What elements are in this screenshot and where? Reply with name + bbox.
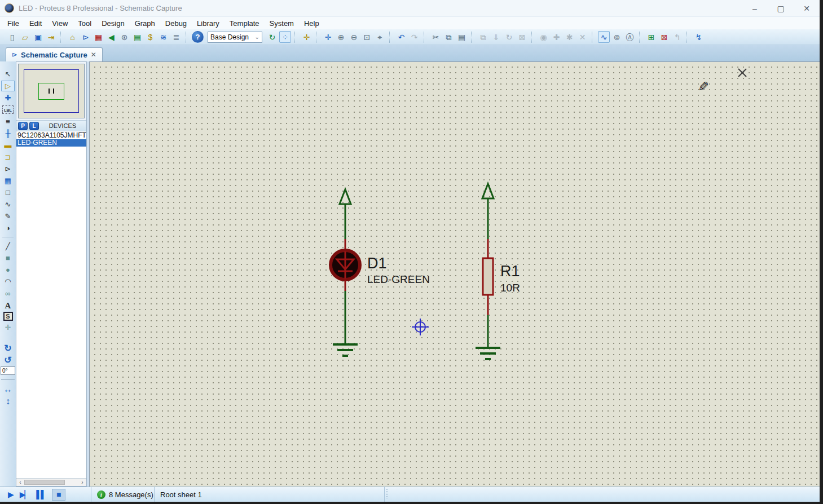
component-ref-d1[interactable]: D1	[367, 255, 387, 272]
2d-box-mode-icon[interactable]: ■	[1, 253, 15, 263]
junction-dot-mode-icon[interactable]: ✚	[1, 92, 15, 103]
selection-mode-icon[interactable]: ↖	[1, 69, 15, 79]
block-copy-icon[interactable]: ⧉	[477, 31, 489, 43]
decompose-icon[interactable]: ✕	[576, 31, 588, 43]
generator-mode-icon[interactable]: ∿	[1, 199, 15, 210]
cut-icon[interactable]: ✂	[430, 31, 442, 43]
scrollbar-thumb[interactable]	[24, 480, 65, 485]
electrical-rule-check-icon[interactable]: ≋	[157, 31, 169, 43]
pick-parts-icon[interactable]: ◉	[538, 31, 549, 43]
new-root-sheet-icon[interactable]: ⊞	[645, 31, 657, 43]
schematic-overview-minimap[interactable]	[18, 64, 85, 118]
library-manager-button[interactable]: L	[29, 122, 39, 130]
menu-item[interactable]: File	[2, 18, 24, 29]
save-project-icon[interactable]: ▣	[32, 31, 44, 43]
rotate-anticlockwise-icon[interactable]: ↺	[1, 355, 15, 365]
project-notes-icon[interactable]: ≣	[170, 31, 182, 43]
menu-item[interactable]: Design	[96, 18, 129, 29]
graph-mode-icon[interactable]: ▦	[1, 175, 15, 186]
new-project-icon[interactable]: ▯	[6, 31, 18, 43]
terminals-mode-icon[interactable]: ⊐	[1, 152, 15, 162]
make-device-icon[interactable]: ✚	[551, 31, 562, 43]
menu-item[interactable]: Edit	[24, 18, 47, 29]
block-move-icon[interactable]: ⇓	[490, 31, 502, 43]
menu-item[interactable]: System	[265, 18, 299, 29]
grid-toggle-icon[interactable]: ⁘	[279, 31, 291, 43]
electrical-check-report-icon[interactable]: ↯	[693, 31, 705, 43]
bill-of-materials-icon[interactable]: $	[144, 31, 156, 43]
mirror-vertical-icon[interactable]: ↕	[1, 396, 15, 406]
component-r1-resistor[interactable]	[483, 258, 493, 295]
zoom-in-icon[interactable]: ⊕	[335, 31, 347, 43]
tab-close-icon[interactable]: ✕	[91, 51, 96, 59]
device-list-item[interactable]: LED-GREEN	[16, 139, 86, 147]
virtual-instruments-mode-icon[interactable]: ◑	[1, 223, 15, 233]
pcb-layout-icon[interactable]: ▦	[93, 31, 104, 43]
device-list-hscrollbar[interactable]: ‹ ›	[16, 478, 86, 486]
menu-item[interactable]: Tool	[73, 18, 96, 29]
component-value-r1[interactable]: 10R	[500, 282, 520, 294]
tab-schematic-capture[interactable]: ⊳ Schematic Capture ✕	[6, 47, 103, 61]
property-assignment-icon[interactable]: Ⓐ	[624, 31, 636, 43]
subcircuit-mode-icon[interactable]: ▬	[1, 140, 15, 151]
copy-icon[interactable]: ⧉	[443, 31, 455, 43]
power-terminal-r1[interactable]	[482, 184, 494, 198]
rotation-angle-field[interactable]	[1, 366, 15, 375]
buses-mode-icon[interactable]: ╫	[1, 128, 15, 139]
component-value-d1[interactable]: LED-GREEN	[367, 273, 430, 285]
minimize-button[interactable]: –	[742, 0, 768, 17]
undo-icon[interactable]: ↶	[395, 31, 407, 43]
close-button[interactable]: ✕	[794, 0, 820, 17]
false-origin-icon[interactable]: ✛	[301, 31, 313, 43]
paste-icon[interactable]: ▤	[456, 31, 468, 43]
3d-visualizer-icon[interactable]: ◀	[105, 31, 117, 43]
menu-item[interactable]: Template	[225, 18, 265, 29]
home-page-icon[interactable]: ⌂	[67, 31, 78, 43]
tape-recorder-mode-icon[interactable]: □	[1, 187, 15, 198]
message-status[interactable]: i 8 Message(s)	[91, 487, 155, 502]
rotate-clockwise-icon[interactable]: ↻	[1, 343, 15, 353]
packaging-tool-icon[interactable]: ✱	[564, 31, 575, 43]
block-rotate-icon[interactable]: ↻	[503, 31, 515, 43]
open-project-icon[interactable]: ▱	[19, 31, 31, 43]
wire-label-mode-icon[interactable]: LBL	[2, 105, 14, 114]
menu-item[interactable]: Library	[192, 18, 225, 29]
schematic-canvas[interactable]: D1 LED-GREEN	[89, 61, 820, 487]
menu-item[interactable]: Graph	[130, 18, 160, 29]
2d-circle-mode-icon[interactable]: ●	[1, 264, 15, 275]
menu-item[interactable]: Debug	[160, 18, 192, 29]
2d-symbol-mode-icon[interactable]: S	[3, 312, 13, 321]
2d-text-mode-icon[interactable]: A	[1, 300, 15, 311]
design-selector-dropdown[interactable]: Base Design ⌄	[208, 32, 262, 43]
help-icon[interactable]: ?	[192, 31, 204, 43]
schematic-capture-icon[interactable]: ⊳	[80, 31, 91, 43]
pick-devices-button[interactable]: P	[18, 122, 28, 130]
2d-line-mode-icon[interactable]: ╱	[1, 241, 15, 251]
play-button[interactable]: ▶	[8, 490, 13, 499]
text-script-mode-icon[interactable]: ≡	[1, 116, 15, 127]
design-explorer-icon[interactable]: ▤	[131, 31, 143, 43]
remove-sheet-icon[interactable]: ⊠	[658, 31, 670, 43]
menu-item[interactable]: View	[47, 18, 73, 29]
zoom-to-sheet-icon[interactable]: ⌖	[374, 31, 386, 43]
zoom-to-area-icon[interactable]: ⊡	[361, 31, 373, 43]
pause-button[interactable]: ▌▌	[36, 490, 45, 499]
zoom-out-icon[interactable]: ⊖	[348, 31, 360, 43]
voltage-probe-mode-icon[interactable]: ✎	[1, 211, 15, 222]
block-delete-icon[interactable]: ⊠	[516, 31, 528, 43]
gerber-viewer-icon[interactable]: ⊛	[118, 31, 130, 43]
2d-arc-mode-icon[interactable]: ◠	[1, 276, 15, 287]
search-and-tag-icon[interactable]: ⊚	[611, 31, 623, 43]
ground-terminal-r1[interactable]	[476, 348, 500, 359]
component-ref-r1[interactable]: R1	[500, 263, 520, 280]
goto-sheet-icon[interactable]: ↰	[671, 31, 683, 43]
import-legacy-icon[interactable]: ⇥	[45, 31, 57, 43]
wire-autorouter-icon[interactable]: ∿	[598, 31, 610, 43]
component-mode-icon[interactable]: ▷	[1, 81, 15, 91]
center-at-cursor-icon[interactable]: ✛	[322, 31, 334, 43]
menu-item[interactable]: Help	[299, 18, 324, 29]
step-button[interactable]: ▶▏	[20, 490, 30, 499]
redo-icon[interactable]: ↷	[408, 31, 420, 43]
2d-marker-mode-icon[interactable]: ✛	[1, 322, 15, 333]
ground-terminal-d1[interactable]	[333, 344, 358, 356]
